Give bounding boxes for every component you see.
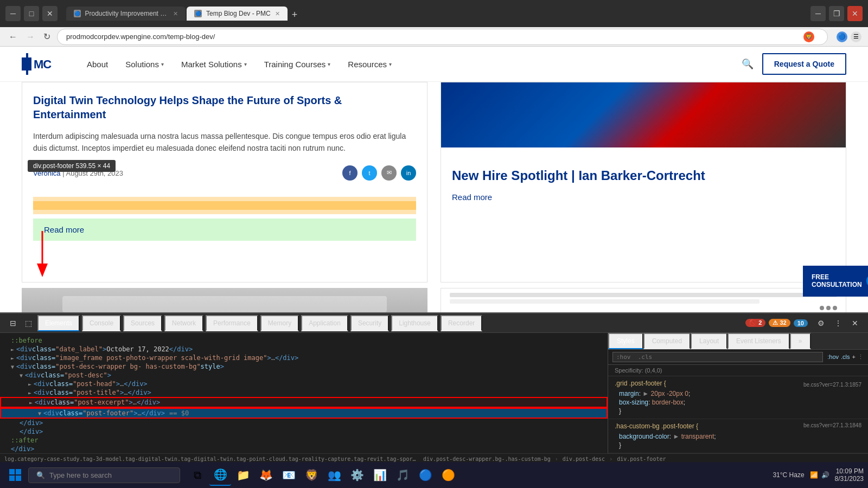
css-prop-margin: margin: ► 20px -20px 0;: [615, 389, 861, 398]
devtools-tab-memory[interactable]: Memory: [260, 315, 299, 331]
layout-tab[interactable]: Layout: [691, 333, 727, 349]
more-tabs-btn[interactable]: »: [790, 333, 811, 349]
elem-post-excerpt[interactable]: ► <div class="post-excerpt"> … </div>: [0, 397, 608, 408]
error-badge: 🚫 2: [745, 319, 765, 327]
devtools-tab-performance[interactable]: Performance: [206, 315, 258, 331]
firefox-btn[interactable]: 🦊: [255, 464, 277, 486]
devtools-tab-sources[interactable]: Sources: [123, 315, 162, 331]
tab-active[interactable]: 🔵 Temp Blog Dev - PMC ✕: [187, 7, 288, 21]
css-selector-2: .has-custom-bg .post-footer {: [615, 422, 698, 430]
logo[interactable]: MC: [22, 53, 54, 75]
elem-close-div-1: </div>: [0, 419, 608, 427]
charts-btn[interactable]: 📊: [369, 464, 391, 486]
win-close-btn[interactable]: ✕: [847, 6, 863, 21]
refresh-button[interactable]: ↻: [41, 30, 53, 43]
elem-post-desc-wrapper[interactable]: ▼ <div class="post-desc-wrapper bg- has-…: [0, 362, 608, 371]
free-consultation-button[interactable]: FREE CONSULTATION ✓: [803, 266, 868, 297]
devtools-tab-recorder[interactable]: Recorder: [441, 315, 482, 331]
nav-about[interactable]: About: [87, 60, 108, 69]
devtools-tab-lighthouse[interactable]: Lighthouse: [391, 315, 438, 331]
devtools-more-icon[interactable]: ⋮: [831, 317, 845, 330]
devtools-dock-icon[interactable]: ⊟: [7, 317, 20, 330]
tab-close-icon[interactable]: ✕: [173, 10, 178, 17]
styles-filter-row: :hov .cls + ⋮: [608, 350, 868, 365]
settings-btn[interactable]: ⚙️: [346, 464, 368, 486]
search-icon[interactable]: 🔍: [742, 58, 754, 70]
hov-btn[interactable]: :hov: [827, 354, 839, 361]
chrome-btn[interactable]: 🔵: [414, 464, 436, 486]
elem-close-div-3: </div>: [0, 445, 608, 453]
browser-extension-icon[interactable]: 🔵: [837, 31, 847, 42]
teams-btn[interactable]: 👥: [323, 464, 345, 486]
styles-filter-input[interactable]: [612, 352, 823, 362]
free-consultation-check-icon: ✓: [866, 274, 868, 287]
css-source-1[interactable]: be.css?ver=27.1.3:1857: [803, 382, 861, 388]
nav-solutions[interactable]: Solutions▾: [125, 60, 164, 69]
search-placeholder: Type here to search: [49, 471, 112, 479]
forward-button[interactable]: →: [24, 31, 37, 43]
minimize-btn[interactable]: ─: [5, 6, 21, 21]
css-source-2[interactable]: be.css?ver=27.1.3:1848: [803, 422, 861, 432]
read-more-left[interactable]: Read more: [33, 219, 416, 241]
computed-tab[interactable]: Computed: [643, 333, 691, 349]
win-restore-btn[interactable]: ❐: [829, 6, 844, 21]
elem-date-label[interactable]: ► <div class="date_label"> October 17, 2…: [0, 345, 608, 354]
taskview-btn[interactable]: ⧉: [187, 464, 208, 486]
browser-menu-icon[interactable]: ☰: [851, 31, 861, 42]
read-more-right[interactable]: Read more: [452, 192, 835, 202]
elem-post-title[interactable]: ► <div class="post-title"> … </div>: [0, 388, 608, 397]
devtools-tab-network[interactable]: Network: [164, 315, 203, 331]
brave-btn[interactable]: 🦁: [301, 464, 322, 486]
tab-active-close-icon[interactable]: ✕: [275, 10, 280, 17]
nav-resources[interactable]: Resources▾: [348, 60, 392, 69]
card-right-image: [441, 82, 846, 147]
music-btn[interactable]: 🎵: [392, 464, 413, 486]
elem-post-footer[interactable]: ▼ <div class="post-footer"> … </div> == …: [0, 408, 608, 419]
plus-btn[interactable]: +: [852, 354, 856, 361]
breadcrumb-2[interactable]: div.post-desc: [560, 456, 607, 462]
back-button[interactable]: ←: [7, 31, 20, 43]
tab-inactive[interactable]: 🔵 Productivity Improvement - PMC ✕: [66, 7, 186, 21]
app-9[interactable]: 🟠: [437, 464, 459, 486]
twitter-icon[interactable]: t: [362, 165, 377, 181]
maximize-btn[interactable]: □: [24, 6, 39, 21]
devtools-tab-security[interactable]: Security: [350, 315, 389, 331]
breadcrumb-1[interactable]: div.post-desc-wrapper.bg-.has-custom-bg: [421, 456, 553, 462]
devtools-settings-icon[interactable]: ⚙: [814, 317, 828, 330]
linkedin-icon[interactable]: in: [401, 165, 416, 181]
win-minimize-btn[interactable]: ─: [810, 6, 826, 21]
css-rule-1: .grid .post-footer { be.css?ver=27.1.3:1…: [608, 376, 868, 419]
email-icon[interactable]: ✉: [381, 165, 397, 181]
cls-btn[interactable]: .cls: [841, 354, 850, 361]
brave-shields-icon[interactable]: 🦁: [803, 31, 814, 42]
new-tab-button[interactable]: +: [289, 9, 301, 21]
explorer-btn[interactable]: 📁: [232, 464, 254, 486]
close-btn[interactable]: ✕: [42, 6, 58, 21]
start-button[interactable]: [4, 464, 26, 486]
devtools-inspect-icon[interactable]: ⬚: [22, 317, 35, 330]
blog-card-left: Digital Twin Technology Helps Shape the …: [22, 82, 427, 282]
nav-resources-label: Resources: [348, 60, 387, 69]
edge-btn[interactable]: 🌐: [209, 464, 231, 486]
elem-image-frame[interactable]: ► <div class="image_frame post-photo-wra…: [0, 354, 608, 362]
quote-button[interactable]: Request a Quote: [762, 53, 846, 75]
devtools-tab-application[interactable]: Application: [301, 315, 348, 331]
devtools-tab-elements[interactable]: Elements: [37, 315, 80, 331]
breadcrumb-3[interactable]: div.post-footer: [615, 456, 668, 462]
nav-training-courses[interactable]: Training Courses▾: [264, 60, 331, 69]
mail-btn[interactable]: 📧: [278, 464, 299, 486]
event-listeners-tab[interactable]: Event Listeners: [727, 333, 790, 349]
devtools-close-icon[interactable]: ✕: [848, 317, 861, 330]
nav-market-solutions[interactable]: Market Solutions▾: [181, 60, 247, 69]
facebook-icon[interactable]: f: [342, 165, 358, 181]
style-options-btn[interactable]: ⋮: [858, 354, 864, 361]
devtools-tooltip: div.post-footer 539.55 × 44: [28, 160, 116, 172]
elem-post-head[interactable]: ► <div class="post-head"> … </div>: [0, 380, 608, 388]
devtools-tab-console[interactable]: Console: [82, 315, 121, 331]
taskbar-search[interactable]: 🔍 Type here to search: [28, 467, 180, 483]
elem-post-desc[interactable]: ▼ <div class="post-desc">: [0, 371, 608, 380]
url-bar[interactable]: prodmodcorpdev.wpengine.com/temp-blog-de…: [57, 29, 828, 45]
breadcrumb-bar: div.post-desc-wrapper.bg-.has-custom-bg …: [421, 456, 668, 462]
nav-solutions-label: Solutions: [125, 60, 159, 69]
styles-tab[interactable]: Styles: [608, 333, 643, 349]
